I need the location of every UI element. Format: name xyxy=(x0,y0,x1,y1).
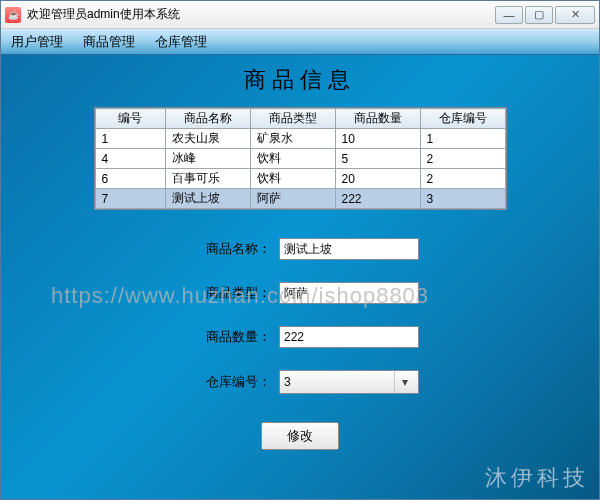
label-warehouse-id: 仓库编号： xyxy=(181,373,271,391)
table-cell: 20 xyxy=(335,169,420,189)
th-type[interactable]: 商品类型 xyxy=(250,109,335,129)
label-product-type: 商品类型： xyxy=(181,284,271,302)
table-row[interactable]: 7测试上坡阿萨2223 xyxy=(95,189,505,209)
select-warehouse-id[interactable]: 3 ▾ xyxy=(279,370,419,394)
input-product-name[interactable] xyxy=(279,238,419,260)
menubar: 用户管理 商品管理 仓库管理 xyxy=(1,29,599,55)
label-product-name: 商品名称： xyxy=(181,240,271,258)
table-cell: 3 xyxy=(420,189,505,209)
table-cell: 2 xyxy=(420,169,505,189)
select-value: 3 xyxy=(284,375,291,389)
table-cell: 阿萨 xyxy=(250,189,335,209)
minimize-button[interactable]: — xyxy=(495,6,523,24)
label-product-qty: 商品数量： xyxy=(181,328,271,346)
table-cell: 冰峰 xyxy=(165,149,250,169)
menu-warehouse-mgmt[interactable]: 仓库管理 xyxy=(155,33,207,51)
table-cell: 1 xyxy=(420,129,505,149)
maximize-button[interactable]: ▢ xyxy=(525,6,553,24)
table-cell: 222 xyxy=(335,189,420,209)
page-title: 商品信息 xyxy=(244,65,356,95)
th-wh[interactable]: 仓库编号 xyxy=(420,109,505,129)
table-row[interactable]: 6百事可乐饮料202 xyxy=(95,169,505,189)
watermark-brand: 沐伊科技 xyxy=(485,463,589,493)
form-row-name: 商品名称： xyxy=(181,238,419,260)
table-cell: 1 xyxy=(95,129,165,149)
window-controls: — ▢ ✕ xyxy=(495,6,595,24)
table-cell: 6 xyxy=(95,169,165,189)
form-row-qty: 商品数量： xyxy=(181,326,419,348)
app-window: ☕ 欢迎管理员admin使用本系统 — ▢ ✕ 用户管理 商品管理 仓库管理 商… xyxy=(0,0,600,500)
table-row[interactable]: 4冰峰饮料52 xyxy=(95,149,505,169)
table-row[interactable]: 1农夫山泉矿泉水101 xyxy=(95,129,505,149)
th-name[interactable]: 商品名称 xyxy=(165,109,250,129)
edit-form: 商品名称： 商品类型： 商品数量： 仓库编号： 3 ▾ 修改 xyxy=(181,238,419,450)
table-cell: 饮料 xyxy=(250,149,335,169)
table-cell: 百事可乐 xyxy=(165,169,250,189)
table-cell: 2 xyxy=(420,149,505,169)
table-cell: 10 xyxy=(335,129,420,149)
table-cell: 矿泉水 xyxy=(250,129,335,149)
table-cell: 4 xyxy=(95,149,165,169)
table-cell: 农夫山泉 xyxy=(165,129,250,149)
close-button[interactable]: ✕ xyxy=(555,6,595,24)
table-cell: 5 xyxy=(335,149,420,169)
th-id[interactable]: 编号 xyxy=(95,109,165,129)
input-product-qty[interactable] xyxy=(279,326,419,348)
form-row-wh: 仓库编号： 3 ▾ xyxy=(181,370,419,394)
form-row-type: 商品类型： xyxy=(181,282,419,304)
java-icon: ☕ xyxy=(5,7,21,23)
window-title: 欢迎管理员admin使用本系统 xyxy=(27,6,495,23)
product-table: 编号 商品名称 商品类型 商品数量 仓库编号 1农夫山泉矿泉水1014冰峰饮料5… xyxy=(94,107,507,210)
menu-product-mgmt[interactable]: 商品管理 xyxy=(83,33,135,51)
th-qty[interactable]: 商品数量 xyxy=(335,109,420,129)
table-cell: 饮料 xyxy=(250,169,335,189)
table-header-row: 编号 商品名称 商品类型 商品数量 仓库编号 xyxy=(95,109,505,129)
titlebar: ☕ 欢迎管理员admin使用本系统 — ▢ ✕ xyxy=(1,1,599,29)
table-cell: 测试上坡 xyxy=(165,189,250,209)
table-cell: 7 xyxy=(95,189,165,209)
submit-button[interactable]: 修改 xyxy=(261,422,339,450)
input-product-type[interactable] xyxy=(279,282,419,304)
content-area: 商品信息 编号 商品名称 商品类型 商品数量 仓库编号 1农夫山泉矿泉水1014… xyxy=(1,55,599,499)
menu-user-mgmt[interactable]: 用户管理 xyxy=(11,33,63,51)
chevron-down-icon: ▾ xyxy=(394,371,414,393)
